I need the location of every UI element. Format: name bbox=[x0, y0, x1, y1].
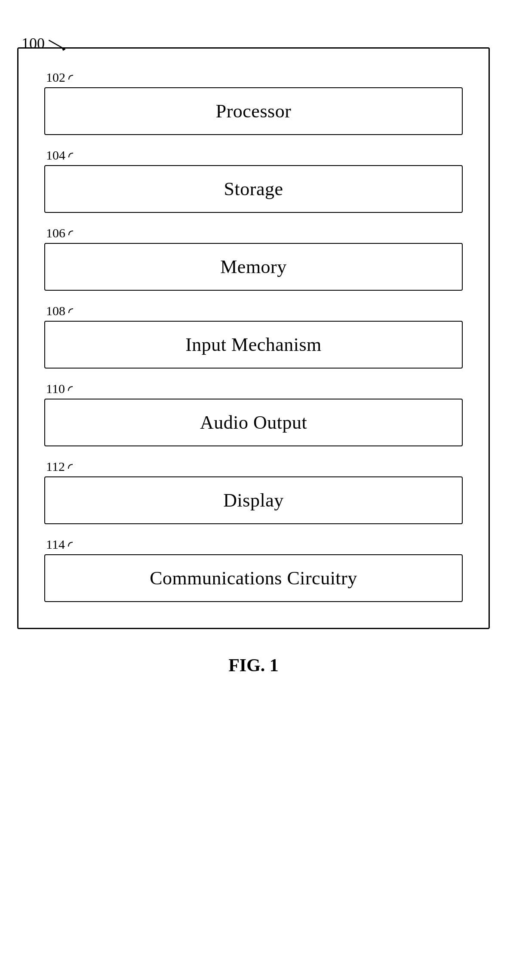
component-group-memory: 106 Memory bbox=[44, 226, 463, 291]
component-label-106: 106 bbox=[46, 226, 463, 240]
component-box-text-storage: Storage bbox=[224, 178, 283, 200]
label-curve-icon-110 bbox=[67, 385, 74, 393]
component-box-text-communications: Communications Circuitry bbox=[150, 567, 357, 589]
component-box-text-memory: Memory bbox=[220, 256, 287, 278]
page-container: 100 102 Processor bbox=[17, 26, 490, 676]
component-group-display: 112 Display bbox=[44, 459, 463, 524]
label-curve-icon-102 bbox=[67, 74, 75, 81]
component-group-processor: 102 Processor bbox=[44, 70, 463, 135]
component-box-storage: Storage bbox=[44, 165, 463, 213]
diagram-wrapper: 100 102 Processor bbox=[17, 39, 490, 629]
component-group-audio-output: 110 Audio Output bbox=[44, 381, 463, 446]
label-curve-icon-112 bbox=[67, 463, 74, 470]
component-box-processor: Processor bbox=[44, 87, 463, 135]
component-box-audio-output: Audio Output bbox=[44, 399, 463, 446]
component-box-text-display: Display bbox=[223, 489, 283, 511]
component-box-display: Display bbox=[44, 476, 463, 524]
fig-caption: FIG. 1 bbox=[228, 655, 279, 676]
component-label-112: 112 bbox=[46, 459, 463, 474]
outer-label: 100 bbox=[22, 34, 69, 52]
fig-caption-text: FIG. 1 bbox=[228, 655, 279, 675]
label-curve-icon-104 bbox=[67, 151, 75, 159]
component-box-text-audio-output: Audio Output bbox=[200, 412, 307, 433]
component-box-memory: Memory bbox=[44, 243, 463, 291]
component-label-102: 102 bbox=[46, 70, 463, 85]
component-box-input-mechanism: Input Mechanism bbox=[44, 321, 463, 369]
arrow-icon bbox=[47, 39, 69, 52]
outer-label-number: 100 bbox=[22, 34, 45, 52]
component-label-108: 108 bbox=[46, 304, 463, 318]
component-label-114: 114 bbox=[46, 537, 463, 552]
component-group-communications: 114 Communications Circuitry bbox=[44, 537, 463, 602]
component-label-110: 110 bbox=[46, 381, 463, 396]
label-curve-icon-106 bbox=[67, 229, 75, 237]
component-group-input-mechanism: 108 Input Mechanism bbox=[44, 304, 463, 369]
component-box-text-processor: Processor bbox=[216, 100, 292, 122]
component-box-text-input-mechanism: Input Mechanism bbox=[185, 334, 322, 356]
component-group-storage: 104 Storage bbox=[44, 148, 463, 213]
outer-box: 102 Processor 104 Storag bbox=[17, 47, 490, 629]
label-curve-icon-108 bbox=[67, 307, 75, 315]
label-curve-icon-114 bbox=[67, 541, 74, 548]
component-box-communications: Communications Circuitry bbox=[44, 554, 463, 602]
component-label-104: 104 bbox=[46, 148, 463, 163]
